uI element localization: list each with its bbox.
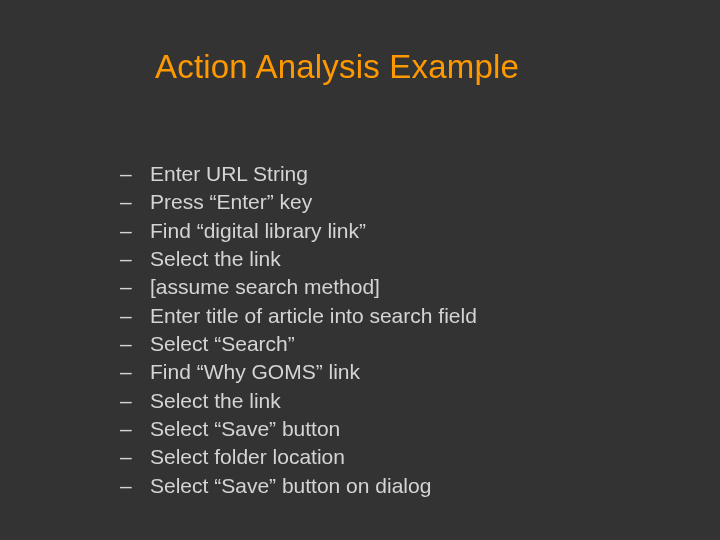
bullet-dash: – <box>120 217 150 245</box>
bullet-dash: – <box>120 245 150 273</box>
list-item: –Find “digital library link” <box>120 217 477 245</box>
list-item-text: Find “Why GOMS” link <box>150 358 360 386</box>
list-item: –[assume search method] <box>120 273 477 301</box>
list-item: –Select “Save” button on dialog <box>120 472 477 500</box>
list-item-text: Find “digital library link” <box>150 217 366 245</box>
bullet-dash: – <box>120 160 150 188</box>
bullet-dash: – <box>120 472 150 500</box>
list-item-text: Press “Enter” key <box>150 188 312 216</box>
slide: Action Analysis Example –Enter URL Strin… <box>0 0 720 540</box>
list-item-text: Select the link <box>150 245 281 273</box>
list-item-text: Select “Save” button <box>150 415 340 443</box>
list-item: –Select folder location <box>120 443 477 471</box>
list-item-text: Select “Search” <box>150 330 295 358</box>
bullet-dash: – <box>120 415 150 443</box>
action-list: –Enter URL String–Press “Enter” key–Find… <box>120 160 477 500</box>
bullet-dash: – <box>120 443 150 471</box>
bullet-dash: – <box>120 273 150 301</box>
list-item-text: Select folder location <box>150 443 345 471</box>
slide-title: Action Analysis Example <box>155 48 519 86</box>
list-item: –Select the link <box>120 387 477 415</box>
list-item-text: Enter title of article into search field <box>150 302 477 330</box>
bullet-dash: – <box>120 188 150 216</box>
list-item-text: [assume search method] <box>150 273 380 301</box>
list-item: –Select the link <box>120 245 477 273</box>
list-item-text: Enter URL String <box>150 160 308 188</box>
list-item: –Select “Save” button <box>120 415 477 443</box>
bullet-dash: – <box>120 358 150 386</box>
list-item: –Enter title of article into search fiel… <box>120 302 477 330</box>
list-item-text: Select the link <box>150 387 281 415</box>
list-item: –Select “Search” <box>120 330 477 358</box>
list-item-text: Select “Save” button on dialog <box>150 472 431 500</box>
bullet-dash: – <box>120 387 150 415</box>
bullet-dash: – <box>120 330 150 358</box>
list-item: –Find “Why GOMS” link <box>120 358 477 386</box>
bullet-dash: – <box>120 302 150 330</box>
list-item: –Press “Enter” key <box>120 188 477 216</box>
list-item: –Enter URL String <box>120 160 477 188</box>
